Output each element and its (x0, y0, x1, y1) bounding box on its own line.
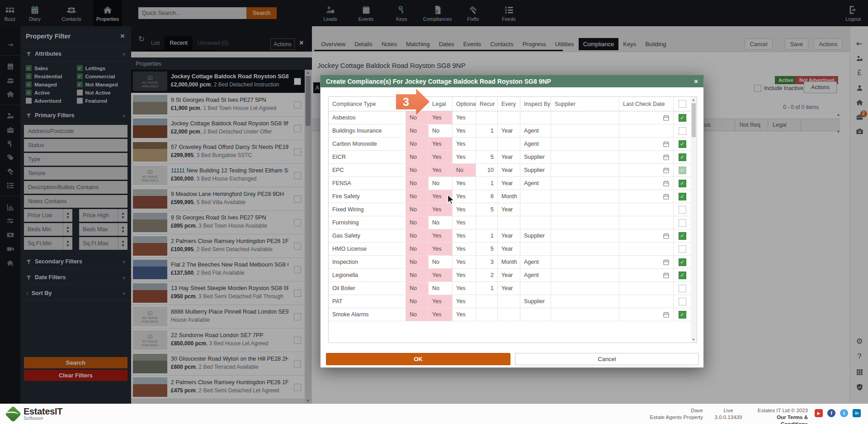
nav-module-compliances[interactable]: Compliances (420, 0, 455, 26)
cell-recur[interactable] (476, 308, 498, 321)
tab-building[interactable]: Building (641, 38, 670, 50)
cell-every[interactable] (498, 138, 520, 151)
cell-inspect-by[interactable]: Supplier (520, 164, 551, 177)
cancel-button[interactable]: Cancel (745, 38, 773, 50)
cell-inspect-by[interactable]: Supplier (520, 295, 551, 308)
calendar-icon[interactable] (6, 62, 14, 71)
cell-last-check-date[interactable] (619, 295, 674, 308)
cell-recur[interactable] (476, 295, 498, 308)
spinner-beds-min[interactable]: Beds Min▲▼ (24, 223, 72, 236)
calendar-icon[interactable] (663, 259, 670, 266)
checked-checkbox[interactable]: ✓ (77, 73, 83, 79)
filter-checkbox-active[interactable]: ✓Active (26, 90, 75, 95)
cell-inspect-by[interactable] (520, 190, 551, 203)
cell-recur[interactable]: 5 (476, 151, 498, 164)
cell-last-check-date[interactable] (619, 190, 674, 203)
list-item-checkbox[interactable] (294, 313, 301, 320)
actions-button[interactable]: Actions (814, 38, 843, 50)
list-item[interactable]: NO IMAGE AVAILABLEJockey Cottage Baldock… (131, 70, 305, 93)
cell-last-check-date[interactable] (619, 203, 674, 216)
case-icon[interactable] (6, 125, 14, 134)
person-icon[interactable] (856, 83, 863, 91)
spinner-up-icon[interactable]: ▲ (66, 226, 70, 229)
linkedin-icon[interactable]: in (853, 409, 861, 417)
spinner-up-icon[interactable]: ▲ (66, 212, 70, 215)
cell-last-check-date[interactable] (619, 177, 674, 190)
cell-supplier[interactable] (551, 111, 619, 124)
cell-every[interactable]: Year (498, 243, 520, 256)
cell-inspect-by[interactable]: Agent (520, 138, 551, 151)
grid-icon[interactable] (856, 367, 863, 376)
calendar-icon[interactable] (663, 193, 670, 200)
row-checkbox[interactable]: ✓ (679, 311, 686, 319)
cell-recur[interactable]: 5 (476, 243, 498, 256)
ok-button[interactable]: OK (326, 353, 510, 365)
list-item[interactable]: NO IMAGE AVAILABLE11111 New Building 12 … (131, 164, 305, 187)
cell-recur[interactable]: 1 (476, 282, 498, 295)
list-item-checkbox[interactable] (294, 290, 301, 297)
filter-section-sort-by[interactable]: ↕Sort By∨ (20, 286, 131, 301)
list-item[interactable]: NO IMAGE AVAILABLE22 Sundorne Road Londo… (131, 329, 305, 352)
chart-icon[interactable] (6, 203, 14, 211)
cell-supplier[interactable] (551, 124, 619, 138)
calendar-icon[interactable] (663, 167, 670, 174)
cell-inspect-by[interactable] (520, 308, 551, 321)
list-item[interactable]: 2 Palmers Close Ramsey Huntingdon PE26 1… (131, 234, 305, 258)
case-icon[interactable]: 2 (856, 113, 863, 121)
cell-recur[interactable]: 5 (476, 203, 498, 216)
cell-every[interactable]: Year (498, 151, 520, 164)
clear-filters-button[interactable]: Clear Filters (24, 370, 127, 381)
row-checkbox[interactable]: ✓ (679, 167, 686, 174)
cell-last-check-date[interactable] (619, 111, 674, 124)
filter-input-type[interactable]: Type (24, 153, 127, 166)
cell-supplier[interactable] (551, 243, 619, 256)
scrollbar-thumb[interactable] (306, 76, 311, 126)
list-item-checkbox[interactable] (294, 78, 301, 85)
row-checkbox[interactable]: ✓ (679, 258, 686, 266)
unchecked-checkbox[interactable] (26, 98, 32, 104)
person-tag-icon[interactable] (856, 54, 863, 62)
calendar-icon[interactable] (663, 233, 670, 239)
list-item[interactable]: 13 Hay Street Steeple Morden Royston SG8… (131, 281, 305, 305)
cell-recur[interactable]: 10 (476, 164, 498, 177)
calendar-icon[interactable] (663, 141, 670, 148)
youtube-icon[interactable]: ▶ (815, 409, 823, 417)
row-checkbox[interactable]: ✓ (679, 272, 686, 279)
list-item-checkbox[interactable] (294, 101, 301, 109)
list-item-checkbox[interactable] (294, 360, 301, 367)
sliders-icon[interactable] (6, 217, 14, 225)
cell-supplier[interactable] (551, 190, 619, 203)
cell-inspect-by[interactable]: Agent (520, 124, 551, 138)
tab-utilities[interactable]: Utilities (551, 38, 579, 50)
filter-input-address-postcode[interactable]: Address/Postcode (24, 125, 127, 138)
cell-supplier[interactable] (551, 151, 619, 164)
cell-every[interactable] (498, 295, 520, 308)
camera-icon[interactable] (856, 127, 863, 135)
list-item[interactable]: NO IMAGE AVAILABLE8888 Mulberry Place Pi… (131, 305, 305, 329)
filter-checkbox-not-active[interactable]: Not Active (77, 90, 126, 95)
nav-module-leads[interactable]: Leads (312, 0, 348, 26)
row-checkbox[interactable]: ✓ (679, 180, 686, 187)
cell-recur[interactable]: 1 (476, 229, 498, 243)
modal-table-scrollbar[interactable]: ▲ ▼ (691, 96, 697, 343)
cell-every[interactable]: Month (498, 190, 520, 203)
calendar-icon[interactable] (663, 311, 670, 318)
filter-checkbox-commercial[interactable]: ✓Commercial (77, 73, 126, 79)
brand-logo[interactable]: EstatesIT Software (7, 407, 62, 421)
close-icon[interactable]: × (694, 77, 698, 85)
filter-checkbox-not-managed[interactable]: ✓Not Managed (77, 81, 126, 87)
cell-every[interactable]: Year (498, 282, 520, 295)
cell-every[interactable]: Month (498, 256, 520, 269)
shield-icon[interactable] (856, 383, 863, 391)
cell-supplier[interactable] (551, 229, 619, 243)
calendar-icon[interactable] (663, 180, 670, 187)
list-item[interactable]: Jockey Cottage Baldock Road Royston SG8 … (131, 117, 305, 140)
checked-checkbox[interactable]: ✓ (77, 65, 83, 71)
row-checkbox[interactable] (679, 127, 686, 135)
calendar-icon[interactable] (663, 272, 670, 279)
list-item-checkbox[interactable] (294, 195, 301, 203)
spinner-price-low[interactable]: Price Low▲▼ (24, 209, 72, 222)
tab-details[interactable]: Details (350, 38, 377, 50)
row-checkbox[interactable]: ✓ (679, 153, 686, 161)
cell-last-check-date[interactable] (619, 269, 674, 282)
